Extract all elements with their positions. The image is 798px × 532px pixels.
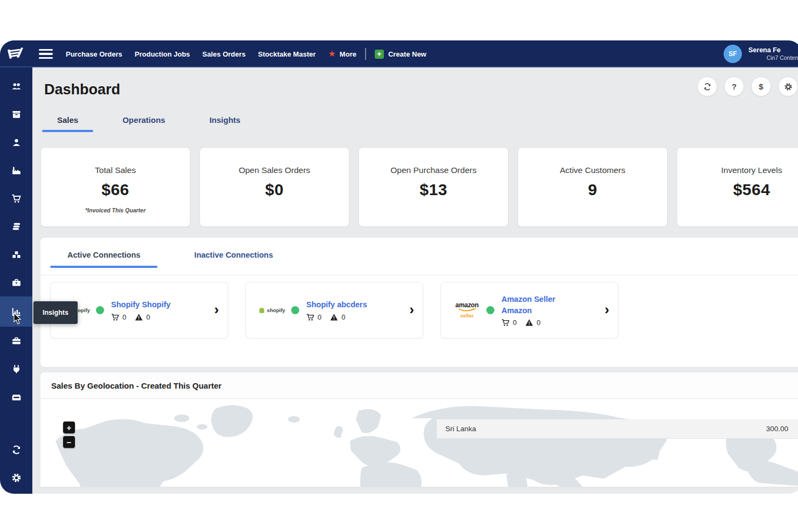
connection-name[interactable]: Amazon Seller: [501, 294, 555, 305]
app-window: Purchase Orders Production Jobs Sales Or…: [0, 40, 798, 494]
page-title: Dashboard: [44, 81, 798, 98]
sidebar: [0, 67, 32, 494]
cart-count: 0: [501, 319, 517, 327]
nav-item-production-jobs[interactable]: Production Jobs: [135, 50, 190, 58]
user-org: Cin7 Conten: [748, 54, 798, 61]
tab-operations[interactable]: Operations: [107, 111, 180, 132]
briefcase-icon: [11, 278, 22, 288]
sidebar-item-customers[interactable]: [0, 128, 32, 156]
refresh-button[interactable]: [697, 77, 717, 96]
kpi-total-sales[interactable]: Total Sales $66 *Invoiced This Quarter: [40, 147, 190, 227]
cart-count: 0: [111, 313, 126, 321]
map-zoom-in-button[interactable]: +: [63, 422, 75, 433]
map-zoom-controls: + −: [63, 422, 75, 448]
sidebar-item-sync[interactable]: [0, 436, 32, 464]
dashboard-tabs: Sales Operations Insights: [42, 111, 798, 132]
create-new-button[interactable]: + Create New: [375, 50, 426, 59]
tab-sales[interactable]: Sales: [42, 111, 93, 132]
nav-more-label: More: [340, 50, 356, 58]
toolbox-icon: [11, 336, 22, 346]
nav-item-sales-orders[interactable]: Sales Orders: [202, 50, 245, 58]
kpi-value: 9: [518, 181, 667, 199]
warning-icon: [525, 319, 533, 327]
kpi-inventory-levels[interactable]: Inventory Levels $564: [677, 147, 798, 227]
kpi-label: Open Purchase Orders: [359, 165, 508, 175]
connection-name[interactable]: Shopify abcders: [306, 299, 367, 310]
kpi-value: $66: [41, 181, 190, 199]
cart-icon: [501, 319, 510, 327]
map-zoom-out-button[interactable]: −: [63, 436, 75, 448]
kpi-label: Active Customers: [518, 165, 667, 175]
divider: [40, 275, 798, 275]
alert-count: 0: [135, 313, 150, 321]
sidebar-item-sales[interactable]: [0, 184, 32, 212]
chevron-right-icon[interactable]: ›: [214, 302, 219, 319]
sidebar-item-integrations[interactable]: [0, 355, 32, 383]
nav-menu: Purchase Orders Production Jobs Sales Or…: [66, 50, 316, 58]
sidebar-item-users[interactable]: [0, 72, 32, 100]
tab-insights[interactable]: Insights: [194, 111, 256, 132]
insights-tooltip: Insights: [33, 301, 78, 324]
coins-icon: [11, 222, 22, 232]
cart-icon: [11, 194, 22, 204]
nav-item-more[interactable]: ★ More: [328, 50, 356, 58]
connection-card-amazon-seller[interactable]: amazon seller Amazon Seller Amazon: [441, 282, 618, 338]
menu-hamburger-icon[interactable]: [39, 46, 53, 61]
chevron-right-icon[interactable]: ›: [604, 302, 609, 319]
nav-item-stocktake-master[interactable]: Stocktake Master: [258, 50, 316, 58]
kpi-open-sales-orders[interactable]: Open Sales Orders $0: [200, 147, 349, 227]
main-content: Dashboard ? $: [32, 67, 798, 494]
kpi-active-customers[interactable]: Active Customers 9: [518, 147, 668, 227]
sidebar-item-inventory[interactable]: [0, 240, 32, 268]
top-nav: Purchase Orders Production Jobs Sales Or…: [0, 40, 798, 67]
connection-card-shopify-abcders[interactable]: shopify Shopify abcders: [245, 282, 423, 338]
sidebar-item-toolbox[interactable]: [0, 327, 32, 355]
world-map[interactable]: [40, 399, 798, 487]
shopify-logo: shopify: [254, 307, 289, 314]
cart-count: 0: [306, 313, 321, 321]
blocks-icon: [11, 250, 22, 260]
geo-country-value: 300.00: [766, 425, 788, 433]
plug-icon: [11, 364, 22, 374]
user-block[interactable]: Serena Fe Cin7 Conten: [748, 46, 798, 62]
kpi-value: $564: [677, 181, 798, 199]
sidebar-item-settings[interactable]: [0, 464, 32, 492]
amazon-wordmark: amazon: [456, 302, 479, 308]
geolocation-panel: Sales By Geolocation - Created This Quar…: [40, 372, 798, 487]
kpi-open-purchase-orders[interactable]: Open Purchase Orders $13: [359, 147, 508, 227]
kpi-value: $13: [359, 181, 508, 199]
kpi-value: $0: [200, 181, 349, 199]
header-actions: ? $: [697, 77, 798, 96]
plus-icon: +: [375, 50, 384, 59]
avatar[interactable]: SF: [724, 45, 742, 63]
chevron-right-icon[interactable]: ›: [409, 302, 414, 319]
amazon-seller-label: seller: [460, 313, 474, 319]
connections-panel: Active Connections Inactive Connections …: [40, 238, 798, 367]
status-dot-green: [96, 306, 104, 314]
package-icon: [11, 109, 22, 120]
settings-button[interactable]: [778, 77, 798, 96]
tab-active-connections[interactable]: Active Connections: [50, 244, 157, 268]
geolocation-map-area[interactable]: + − Sri Lanka 300.00: [40, 399, 798, 487]
billing-button[interactable]: $: [751, 77, 771, 96]
geolocation-title: Sales By Geolocation - Created This Quar…: [40, 372, 798, 399]
shopify-wordmark: shopify: [267, 307, 285, 313]
connection-name[interactable]: Shopify Shopify: [111, 299, 170, 310]
sidebar-item-production[interactable]: [0, 156, 32, 184]
connection-name-line2: Amazon: [501, 305, 555, 316]
kpi-label: Total Sales: [41, 165, 190, 175]
sidebar-item-finance[interactable]: [0, 212, 32, 240]
geo-country-label: Sri Lanka: [445, 425, 476, 433]
sidebar-item-pos[interactable]: [0, 383, 32, 411]
geolocation-row[interactable]: Sri Lanka 300.00: [437, 419, 798, 439]
kpi-label: Open Sales Orders: [200, 165, 349, 175]
tab-inactive-connections[interactable]: Inactive Connections: [177, 244, 290, 268]
nav-item-purchase-orders[interactable]: Purchase Orders: [66, 50, 122, 58]
help-icon: ?: [732, 82, 737, 91]
dollar-icon: $: [759, 82, 763, 91]
sidebar-item-jobs[interactable]: [0, 268, 32, 296]
help-button[interactable]: ?: [724, 77, 744, 96]
kpi-row: Total Sales $66 *Invoiced This Quarter O…: [40, 147, 798, 227]
kpi-label: Inventory Levels: [677, 165, 798, 175]
sidebar-item-products[interactable]: [0, 100, 32, 128]
